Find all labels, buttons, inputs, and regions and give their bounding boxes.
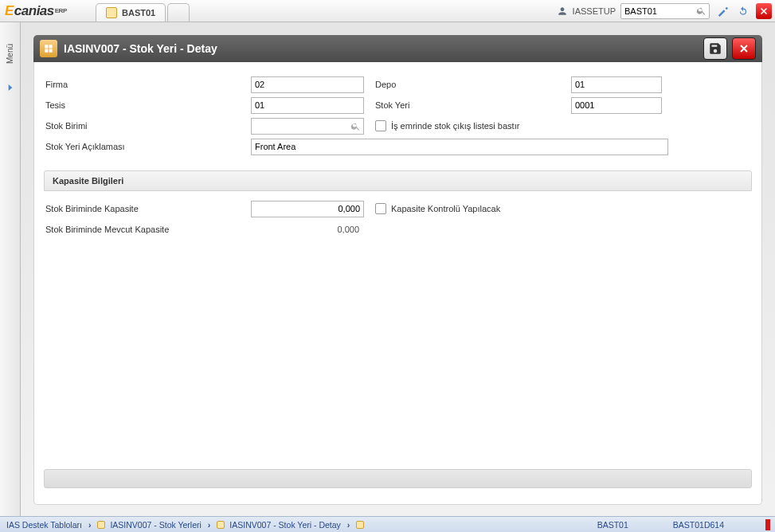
save-icon	[708, 41, 722, 56]
kapasite-kontrol-checkbox[interactable]	[375, 203, 386, 214]
search-icon[interactable]	[696, 6, 707, 16]
window-wand-button[interactable]	[714, 3, 730, 19]
is-emri-checkbox-label: İş emrinde stok çıkış listesi bastır	[391, 121, 519, 131]
stok-yeri-field[interactable]	[571, 97, 662, 114]
app-logo: EcaniasERP	[0, 0, 94, 22]
section-kapasite-title: Kapasite Bilgileri	[53, 176, 123, 186]
window-reload-button[interactable]	[735, 3, 751, 19]
window-bottom-bar	[44, 469, 752, 488]
stok-birimi-field[interactable]	[251, 118, 364, 135]
kapasite-kontrol-label: Kapasite Kontrolü Yapılacak	[391, 204, 500, 213]
kapasite-label: Stok Biriminde Kapasite	[44, 204, 251, 213]
breadcrumb-3[interactable]: IASINV007 - Stok Yeri - Detay	[210, 520, 346, 530]
tab-module-icon	[106, 7, 117, 18]
user-icon	[557, 6, 568, 17]
depo-field[interactable]	[571, 76, 662, 93]
is-emri-checkbox[interactable]	[375, 120, 386, 131]
cancel-button[interactable]	[732, 37, 756, 60]
user-name: IASSETUP	[573, 6, 616, 16]
mevcut-kapasite-value: 0,000	[251, 225, 364, 234]
close-icon	[738, 42, 750, 55]
breadcrumb-module-icon	[217, 521, 225, 529]
window-module-icon	[40, 40, 57, 57]
stok-yeri-aciklama-label: Stok Yeri Açıklaması	[44, 142, 251, 151]
save-button[interactable]	[703, 37, 727, 60]
breadcrumb-2[interactable]: IASINV007 - Stok Yerleri	[91, 520, 207, 530]
breadcrumb-1[interactable]: IAS Destek Tabloları	[0, 520, 88, 530]
firma-label: Firma	[44, 80, 251, 89]
side-menu-expand-icon[interactable]	[5, 82, 16, 93]
kapasite-field[interactable]	[251, 201, 364, 217]
plus-icon	[178, 7, 179, 18]
depo-label: Depo	[364, 80, 571, 89]
tesis-label: Tesis	[44, 100, 251, 110]
stok-birimi-label: Stok Birimi	[44, 121, 251, 131]
stok-yeri-label: Stok Yeri	[364, 100, 571, 110]
window-title: IASINV007 - Stok Yeri - Detay	[64, 42, 699, 55]
section-kapasite-header: Kapasite Bilgileri	[44, 170, 752, 191]
new-tab-button[interactable]	[167, 3, 190, 22]
lookup-icon[interactable]	[350, 121, 361, 131]
side-menu[interactable]: Menü	[0, 22, 21, 516]
mevcut-kapasite-label: Stok Biriminde Mevcut Kapasite	[44, 225, 251, 234]
breadcrumb-module-icon	[97, 521, 105, 529]
status-module: BAST01	[575, 520, 651, 530]
tab-label: BAST01	[122, 8, 155, 18]
tesis-field[interactable]	[251, 97, 364, 114]
window-header: IASINV007 - Stok Yeri - Detay	[33, 35, 762, 62]
status-led-icon	[765, 519, 770, 530]
window-close-button[interactable]	[756, 3, 772, 19]
side-menu-label: Menü	[6, 44, 14, 64]
tab-bast01[interactable]: BAST01	[96, 3, 166, 22]
firma-field[interactable]	[251, 76, 364, 93]
status-build: BAST01D614	[651, 520, 746, 530]
breadcrumb-module-icon	[356, 521, 364, 529]
stok-yeri-aciklama-field[interactable]	[251, 139, 668, 155]
